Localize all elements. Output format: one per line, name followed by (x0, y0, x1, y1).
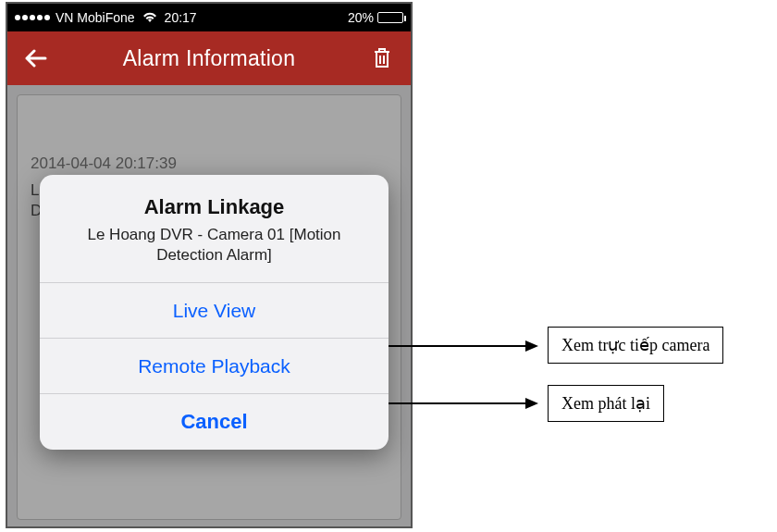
trash-icon (373, 47, 391, 69)
back-button[interactable] (20, 43, 52, 74)
dialog-subtitle: Le Hoang DVR - Camera 01 [Motion Detecti… (58, 225, 370, 266)
annotation-playback: Xem phát lại (548, 385, 664, 422)
annotation-live-view-label: Xem trực tiếp camera (548, 327, 723, 364)
status-bar: VN MobiFone 20:17 20% (7, 4, 411, 31)
phone-frame: VN MobiFone 20:17 20% Alarm Information … (6, 2, 413, 528)
annotation-playback-label: Xem phát lại (548, 385, 664, 422)
remote-playback-button[interactable]: Remote Playback (40, 339, 388, 394)
arrow-head-icon (525, 398, 538, 409)
page-title: Alarm Information (52, 46, 366, 71)
battery-percent: 20% (348, 10, 374, 25)
live-view-button[interactable]: Live View (40, 283, 388, 339)
delete-button[interactable] (366, 43, 398, 74)
wifi-icon (142, 12, 157, 23)
signal-dots-icon (15, 15, 50, 20)
carrier-label: VN MobiFone (56, 10, 135, 25)
arrow-head-icon (525, 340, 538, 352)
arrow-left-icon (25, 49, 47, 68)
nav-bar: Alarm Information (7, 31, 411, 85)
battery-indicator: 20% (348, 10, 403, 25)
dialog-title: Alarm Linkage (58, 195, 370, 219)
alarm-timestamp: 2014-04-04 20:17:39 (31, 155, 388, 173)
clock-time: 20:17 (165, 10, 348, 25)
annotation-live-view: Xem trực tiếp camera (548, 327, 723, 364)
cancel-button[interactable]: Cancel (40, 394, 388, 450)
alarm-linkage-dialog: Alarm Linkage Le Hoang DVR - Camera 01 [… (40, 175, 388, 450)
battery-icon (377, 12, 403, 23)
dialog-header: Alarm Linkage Le Hoang DVR - Camera 01 [… (40, 175, 388, 283)
